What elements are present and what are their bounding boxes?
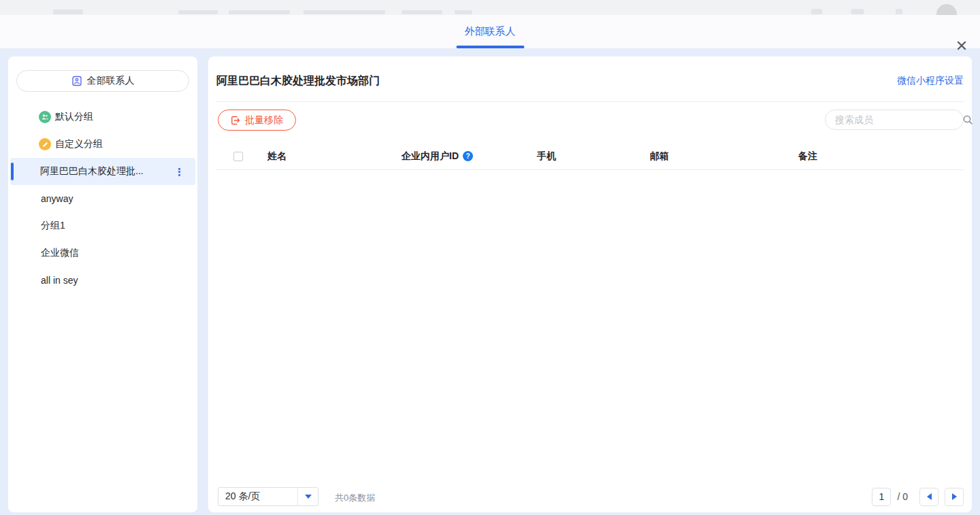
- page-title: 阿里巴巴白木胶处理批发市场部门: [216, 74, 380, 88]
- sidebar-item-default-group[interactable]: 默认分组: [8, 103, 197, 131]
- more-options-icon[interactable]: ⋮: [174, 167, 184, 177]
- miniprogram-settings-link[interactable]: 微信小程序设置: [897, 75, 964, 87]
- group-members-panel: 阿里巴巴白木胶处理批发市场部门 微信小程序设置 批量移除: [208, 56, 972, 512]
- column-label: 备注: [798, 150, 817, 163]
- background-ghost: [178, 10, 218, 14]
- tab-external-contacts[interactable]: 外部联系人: [465, 15, 516, 48]
- total-pages-text: / 0: [897, 491, 908, 502]
- close-icon[interactable]: ✕: [953, 37, 970, 55]
- page-number-input[interactable]: [872, 488, 891, 506]
- group-label: anyway: [41, 193, 73, 204]
- background-app-strip: [0, 0, 980, 15]
- background-ghost: [455, 10, 472, 14]
- selected-indicator: [11, 163, 14, 180]
- background-ghost: [229, 10, 290, 14]
- divider: [216, 101, 964, 102]
- search-icon[interactable]: [962, 114, 973, 125]
- remove-export-icon: [231, 116, 240, 125]
- pencil-icon: [39, 138, 51, 150]
- group-list: 默认分组 自定义分组 阿里巴巴白木胶处理批... ⋮ anyway 分组1: [8, 103, 197, 294]
- contact-groups-sidebar: 全部联系人 默认分组: [8, 56, 197, 512]
- group-label: 阿里巴巴白木胶处理批...: [40, 165, 144, 178]
- background-ghost: [896, 9, 902, 14]
- total-count-text: 共0条数据: [335, 492, 375, 504]
- batch-remove-button[interactable]: 批量移除: [218, 110, 296, 131]
- all-contacts-label: 全部联系人: [87, 75, 135, 87]
- background-ghost: [304, 10, 385, 14]
- background-ghost: [851, 9, 864, 14]
- batch-remove-label: 批量移除: [245, 114, 283, 127]
- people-icon: [39, 111, 51, 123]
- background-ghost: [811, 9, 822, 14]
- column-name: 姓名: [267, 150, 402, 163]
- member-search-box: [825, 110, 964, 130]
- external-contacts-dialog: 外部联系人 ✕ 全部联系人: [0, 0, 980, 515]
- all-contacts-button[interactable]: 全部联系人: [16, 70, 189, 92]
- column-phone: 手机: [537, 150, 650, 163]
- table-footer: 20 条/页 共0条数据 / 0: [216, 487, 964, 506]
- background-avatar-ghost: [936, 4, 957, 15]
- group-label: 默认分组: [55, 111, 93, 123]
- chevron-left-icon: [927, 493, 932, 500]
- page-size-value: 20 条/页: [218, 491, 297, 503]
- contact-book-icon: [71, 76, 82, 86]
- tab-active-underline: [456, 46, 524, 48]
- panel-title-row: 阿里巴巴白木胶处理批发市场部门 微信小程序设置: [216, 70, 964, 92]
- page-size-select[interactable]: 20 条/页: [218, 487, 318, 506]
- group-label: 分组1: [41, 220, 65, 232]
- search-input[interactable]: [826, 114, 962, 125]
- column-remark: 备注: [798, 150, 964, 163]
- column-internal-user-id: 企业内用户ID ?: [402, 150, 537, 163]
- sidebar-item-custom-group[interactable]: 自定义分组: [8, 131, 197, 158]
- toolbar: 批量移除: [216, 110, 964, 131]
- header-select-cell: [216, 152, 267, 161]
- sidebar-item-group1[interactable]: 分组1: [8, 212, 197, 239]
- caret-zone: [297, 487, 318, 506]
- sidebar-item-all-in-sey[interactable]: all in sey: [8, 267, 197, 294]
- column-email: 邮箱: [650, 150, 798, 163]
- prev-page-button[interactable]: [919, 488, 938, 506]
- sidebar-item-anyway[interactable]: anyway: [8, 185, 197, 212]
- background-ghost: [402, 10, 442, 14]
- modal-header: 外部联系人 ✕: [0, 15, 980, 48]
- column-label: 企业内用户ID: [402, 150, 459, 163]
- group-label: 自定义分组: [55, 138, 103, 150]
- group-label: all in sey: [41, 275, 78, 286]
- background-ghost: [53, 10, 83, 14]
- sidebar-item-alibaba-group[interactable]: 阿里巴巴白木胶处理批... ⋮: [10, 158, 195, 185]
- select-all-checkbox[interactable]: [233, 152, 243, 161]
- sidebar-item-wecom[interactable]: 企业微信: [8, 239, 197, 267]
- group-label: 企业微信: [41, 247, 79, 259]
- members-table-header: 姓名 企业内用户ID ? 手机 邮箱 备注: [216, 143, 964, 170]
- chevron-down-icon: [305, 495, 312, 499]
- help-icon[interactable]: ?: [463, 151, 473, 161]
- tab-label: 外部联系人: [465, 25, 516, 38]
- column-label: 邮箱: [650, 150, 669, 163]
- pager: / 0: [872, 487, 964, 506]
- column-label: 姓名: [267, 150, 287, 163]
- chevron-right-icon: [952, 493, 957, 500]
- next-page-button[interactable]: [945, 488, 964, 506]
- column-label: 手机: [537, 150, 556, 163]
